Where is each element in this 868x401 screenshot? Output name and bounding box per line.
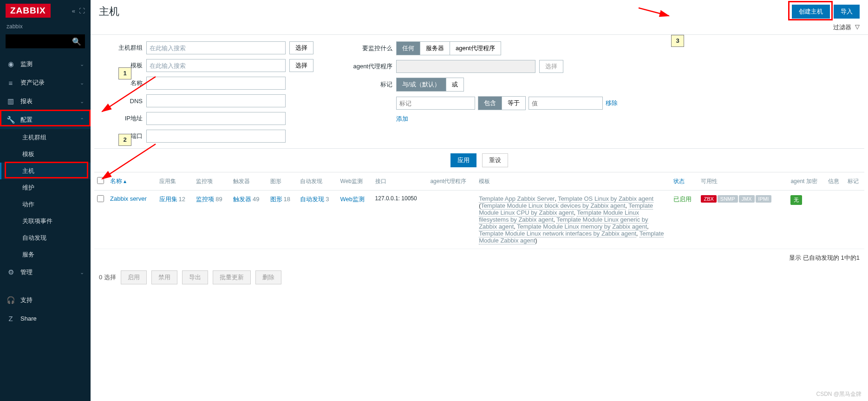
nav-monitoring[interactable]: ◉监测⌄ bbox=[0, 55, 91, 73]
chevron-down-icon: ⌄ bbox=[80, 80, 84, 86]
hostgroup-select-button[interactable]: 选择 bbox=[289, 41, 313, 54]
nav-reports[interactable]: ▥报表⌄ bbox=[0, 92, 91, 111]
subnav-hosts[interactable]: 主机 bbox=[0, 163, 91, 179]
tag-op-equals[interactable]: 等于 bbox=[502, 97, 525, 110]
subnav-maintenance[interactable]: 维护 bbox=[0, 179, 91, 196]
reset-button[interactable]: 重设 bbox=[482, 153, 508, 167]
label-tags: 标记 bbox=[341, 80, 392, 89]
apply-button[interactable]: 应用 bbox=[450, 153, 476, 167]
hostgroup-input[interactable] bbox=[146, 41, 286, 54]
label-monitored: 要监控什么 bbox=[341, 44, 392, 53]
triggers-link[interactable]: 触发器 bbox=[233, 196, 251, 203]
nav-share[interactable]: ZShare bbox=[0, 309, 91, 328]
items-link[interactable]: 监控项 bbox=[196, 196, 214, 203]
chevron-down-icon: ⌄ bbox=[80, 61, 84, 67]
col-enc: agent 加密 bbox=[788, 172, 825, 191]
tag-logic-andor[interactable]: 与/或（默认） bbox=[397, 78, 446, 91]
proxy-input[interactable] bbox=[396, 60, 535, 73]
bulk-actions: 0 选择 启用 禁用 导出 批量更新 删除 bbox=[91, 267, 868, 288]
chart-icon: ▥ bbox=[7, 97, 15, 105]
subnav-discovery[interactable]: 自动发现 bbox=[0, 230, 91, 246]
ip-input[interactable] bbox=[146, 112, 286, 125]
collapse-icon[interactable]: « bbox=[72, 7, 75, 14]
chevron-down-icon: ⌄ bbox=[80, 270, 84, 276]
bulk-delete-button[interactable]: 删除 bbox=[255, 270, 281, 284]
port-input[interactable] bbox=[146, 130, 286, 143]
subnav-actions[interactable]: 动作 bbox=[0, 196, 91, 213]
col-proxy: agent代理程序 bbox=[427, 172, 476, 191]
annotation-3: 3 bbox=[671, 35, 684, 47]
host-name-link[interactable]: Zabbix server bbox=[110, 195, 147, 202]
share-icon: Z bbox=[7, 315, 15, 322]
col-name[interactable]: 名称 ▴ bbox=[107, 172, 157, 191]
row-checkbox[interactable] bbox=[97, 195, 104, 202]
search-icon[interactable]: 🔍 bbox=[72, 37, 81, 46]
tag-key-input[interactable] bbox=[396, 97, 475, 110]
template-link[interactable]: Template Module Linux network interfaces… bbox=[479, 230, 636, 237]
template-link[interactable]: Template Module Linux block devices by Z… bbox=[481, 202, 625, 210]
tag-op-contains[interactable]: 包含 bbox=[478, 97, 502, 110]
monitored-proxy[interactable]: agent代理程序 bbox=[450, 42, 501, 55]
subnav-services[interactable]: 服务 bbox=[0, 246, 91, 263]
chevron-down-icon: ⌄ bbox=[80, 99, 84, 105]
apps-link[interactable]: 应用集 bbox=[159, 196, 177, 203]
sidebar: ZABBIX « ⛶ zabbix 🔍 ◉监测⌄ ≡资产记录⌄ ▥报表⌄ 🔧配置… bbox=[0, 0, 91, 401]
list-icon: ≡ bbox=[7, 79, 15, 87]
label-name: 名称 bbox=[105, 79, 143, 87]
kiosk-icon[interactable]: ⛶ bbox=[79, 7, 85, 14]
tag-op-segment: 包含 等于 bbox=[478, 96, 526, 110]
filter-toggle[interactable]: 过滤器 bbox=[833, 23, 851, 32]
annotation-1: 1 bbox=[118, 67, 131, 79]
subnav-correlation[interactable]: 关联项事件 bbox=[0, 213, 91, 230]
proxy-select-button[interactable]: 选择 bbox=[539, 60, 563, 73]
tag-value-input[interactable] bbox=[529, 97, 603, 110]
nav-inventory[interactable]: ≡资产记录⌄ bbox=[0, 73, 91, 92]
template-input[interactable] bbox=[146, 59, 286, 72]
col-iface: 接口 bbox=[372, 172, 428, 191]
create-host-button[interactable]: 创建主机 bbox=[792, 5, 830, 19]
zbx-badge: ZBX bbox=[701, 195, 716, 203]
graphs-link[interactable]: 图形 bbox=[270, 196, 282, 203]
label-dns: DNS bbox=[105, 98, 143, 105]
template-link[interactable]: Template Module Linux memory by Zabbix a… bbox=[517, 223, 647, 230]
dns-input[interactable] bbox=[146, 94, 286, 107]
monitored-any[interactable]: 任何 bbox=[397, 42, 420, 55]
brand-logo: ZABBIX bbox=[6, 4, 51, 18]
gear-icon: ⚙ bbox=[7, 268, 15, 276]
tag-add-link[interactable]: 添加 bbox=[396, 115, 408, 123]
col-items: 监控项 bbox=[193, 172, 230, 191]
status-link[interactable]: 已启用 bbox=[673, 196, 692, 203]
bulk-disable-button[interactable]: 禁用 bbox=[151, 270, 177, 284]
interface-cell: 127.0.0.1: 10050 bbox=[372, 191, 428, 249]
template-link[interactable]: Template App Zabbix Server bbox=[479, 195, 555, 203]
template-link[interactable]: Template OS Linux by Zabbix agent bbox=[558, 195, 653, 203]
tag-logic-segment: 与/或（默认） 或 bbox=[396, 78, 464, 92]
site-name: zabbix bbox=[0, 21, 91, 34]
col-triggers: 触发器 bbox=[230, 172, 268, 191]
select-all-checkbox[interactable] bbox=[97, 177, 104, 184]
web-link[interactable]: Web监测 bbox=[340, 196, 365, 203]
availability-cell: ZBXSNMPJMXIPMI bbox=[698, 191, 788, 249]
bulk-enable-button[interactable]: 启用 bbox=[121, 270, 147, 284]
nav-administration[interactable]: ⚙管理⌄ bbox=[0, 263, 91, 282]
subnav-templates[interactable]: 模板 bbox=[0, 146, 91, 163]
col-status[interactable]: 状态 bbox=[671, 172, 698, 191]
tag-logic-or[interactable]: 或 bbox=[446, 78, 463, 91]
template-select-button[interactable]: 选择 bbox=[289, 59, 313, 72]
bulk-export-button[interactable]: 导出 bbox=[182, 270, 208, 284]
nav-configuration[interactable]: 🔧配置⌃ bbox=[0, 111, 91, 129]
selection-count: 0 选择 bbox=[99, 273, 116, 282]
watermark: CSDN @黑马金牌 bbox=[816, 390, 861, 398]
nav-support[interactable]: 🎧支持 bbox=[0, 291, 91, 309]
import-button[interactable]: 导入 bbox=[834, 5, 860, 19]
chevron-up-icon: ⌃ bbox=[80, 117, 84, 123]
discovery-link[interactable]: 自动发现 bbox=[300, 196, 324, 203]
subnav-hostgroups[interactable]: 主机群组 bbox=[0, 129, 91, 146]
col-avail: 可用性 bbox=[698, 172, 788, 191]
filter-icon[interactable]: ▽ bbox=[855, 23, 860, 32]
bulk-massupdate-button[interactable]: 批量更新 bbox=[213, 270, 251, 284]
tag-remove-link[interactable]: 移除 bbox=[606, 99, 618, 107]
monitored-server[interactable]: 服务器 bbox=[420, 42, 450, 55]
name-input[interactable] bbox=[146, 77, 286, 90]
eye-icon: ◉ bbox=[7, 60, 15, 68]
